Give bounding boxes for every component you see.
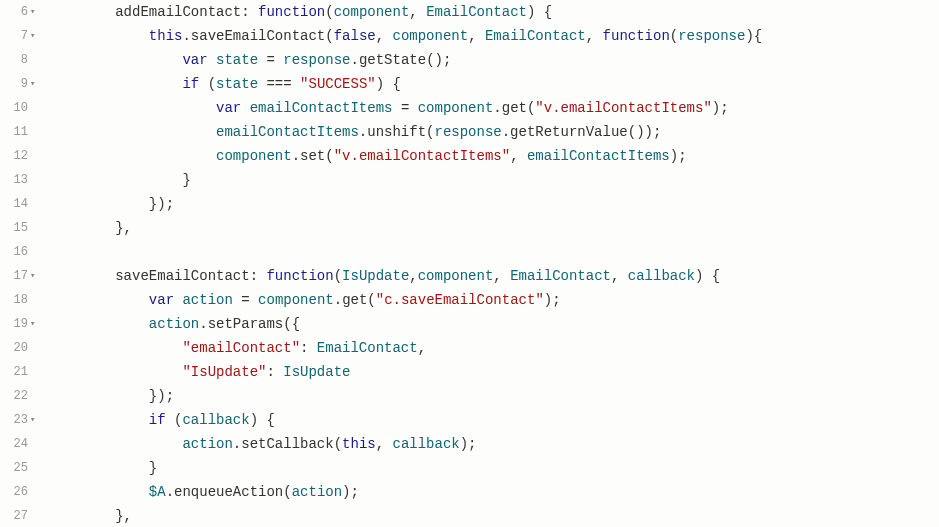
code-line[interactable]: 19▾ action.setParams({ bbox=[0, 312, 939, 336]
line-number: 13 bbox=[0, 168, 28, 192]
code-content[interactable]: emailContactItems.unshift(response.getRe… bbox=[44, 120, 661, 144]
code-content[interactable]: this.saveEmailContact(false, component, … bbox=[44, 24, 762, 48]
token-punc: . bbox=[334, 292, 342, 308]
line-number: 11 bbox=[0, 120, 28, 144]
token-prop: getState bbox=[359, 52, 426, 68]
code-line[interactable]: 20 "emailContact": EmailContact, bbox=[0, 336, 939, 360]
token-ident: EmailContact bbox=[485, 28, 586, 44]
token-punc: , bbox=[510, 148, 527, 164]
code-content[interactable]: saveEmailContact: function(IsUpdate,comp… bbox=[44, 264, 720, 288]
token-ident: emailContactItems bbox=[527, 148, 670, 164]
token-punc: ) { bbox=[695, 268, 720, 284]
code-line[interactable]: 13 } bbox=[0, 168, 939, 192]
line-number: 27 bbox=[0, 504, 28, 527]
token-punc: : bbox=[241, 4, 258, 20]
code-content[interactable]: if (callback) { bbox=[44, 408, 275, 432]
token-prop: unshift bbox=[367, 124, 426, 140]
code-line[interactable]: 7▾ this.saveEmailContact(false, componen… bbox=[0, 24, 939, 48]
fold-toggle-icon[interactable]: ▾ bbox=[28, 408, 44, 432]
token-punc: ( bbox=[325, 28, 333, 44]
token-punc: ()); bbox=[628, 124, 662, 140]
code-content[interactable]: }); bbox=[44, 192, 174, 216]
token-ident: callback bbox=[393, 436, 460, 452]
line-number: 19 bbox=[0, 312, 28, 336]
code-content[interactable]: "IsUpdate": IsUpdate bbox=[44, 360, 350, 384]
code-line[interactable]: 24 action.setCallback(this, callback); bbox=[0, 432, 939, 456]
token-punc: === bbox=[258, 76, 300, 92]
code-content[interactable]: }); bbox=[44, 384, 174, 408]
code-content[interactable]: var emailContactItems = component.get("v… bbox=[44, 96, 729, 120]
token-punc: ); bbox=[460, 436, 477, 452]
code-content[interactable]: component.set("v.emailContactItems", ema… bbox=[44, 144, 687, 168]
code-content[interactable]: "emailContact": EmailContact, bbox=[44, 336, 426, 360]
fold-toggle-icon[interactable]: ▾ bbox=[28, 264, 44, 288]
code-line[interactable]: 23▾ if (callback) { bbox=[0, 408, 939, 432]
code-line[interactable]: 26 $A.enqueueAction(action); bbox=[0, 480, 939, 504]
token-punc: . bbox=[166, 484, 174, 500]
code-line[interactable]: 25 } bbox=[0, 456, 939, 480]
code-line[interactable]: 10 var emailContactItems = component.get… bbox=[0, 96, 939, 120]
line-number: 8 bbox=[0, 48, 28, 72]
code-line[interactable]: 8 var state = response.getState(); bbox=[0, 48, 939, 72]
token-punc: ( bbox=[325, 148, 333, 164]
code-content[interactable]: }, bbox=[44, 504, 132, 527]
token-ident: action bbox=[182, 292, 232, 308]
token-ident: component bbox=[418, 100, 494, 116]
token-punc: }, bbox=[115, 220, 132, 236]
code-line[interactable]: 14 }); bbox=[0, 192, 939, 216]
code-line[interactable]: 6▾ addEmailContact: function(component, … bbox=[0, 0, 939, 24]
code-editor[interactable]: 6▾ addEmailContact: function(component, … bbox=[0, 0, 939, 527]
code-line[interactable]: 9▾ if (state === "SUCCESS") { bbox=[0, 72, 939, 96]
token-punc: ); bbox=[544, 292, 561, 308]
fold-toggle-icon[interactable]: ▾ bbox=[28, 0, 44, 24]
code-content[interactable]: action.setParams({ bbox=[44, 312, 300, 336]
fold-toggle-icon[interactable]: ▾ bbox=[28, 72, 44, 96]
fold-toggle-icon[interactable]: ▾ bbox=[28, 312, 44, 336]
token-keyword: var bbox=[182, 52, 207, 68]
code-line[interactable]: 27 }, bbox=[0, 504, 939, 527]
token-punc: , bbox=[611, 268, 628, 284]
token-keyword: if bbox=[182, 76, 199, 92]
code-line[interactable]: 16 bbox=[0, 240, 939, 264]
token-prop: get bbox=[342, 292, 367, 308]
token-string: "emailContact" bbox=[182, 340, 300, 356]
token-ident: emailContactItems bbox=[216, 124, 359, 140]
token-punc: ( bbox=[334, 436, 342, 452]
token-keyword: function bbox=[603, 28, 670, 44]
line-number: 21 bbox=[0, 360, 28, 384]
code-line[interactable]: 18 var action = component.get("c.saveEma… bbox=[0, 288, 939, 312]
token-this: this bbox=[342, 436, 376, 452]
token-punc: , bbox=[409, 4, 426, 20]
code-content[interactable]: action.setCallback(this, callback); bbox=[44, 432, 477, 456]
token-ident: action bbox=[182, 436, 232, 452]
token-prop: get bbox=[502, 100, 527, 116]
code-content[interactable]: } bbox=[44, 168, 191, 192]
code-line[interactable]: 21 "IsUpdate": IsUpdate bbox=[0, 360, 939, 384]
token-punc: . bbox=[292, 148, 300, 164]
token-punc bbox=[241, 100, 249, 116]
code-content[interactable]: var state = response.getState(); bbox=[44, 48, 451, 72]
code-content[interactable]: $A.enqueueAction(action); bbox=[44, 480, 359, 504]
token-prop: saveEmailContact bbox=[115, 268, 249, 284]
token-ident: component bbox=[216, 148, 292, 164]
code-line[interactable]: 12 component.set("v.emailContactItems", … bbox=[0, 144, 939, 168]
code-content[interactable]: addEmailContact: function(component, Ema… bbox=[44, 0, 552, 24]
code-content[interactable]: }, bbox=[44, 216, 132, 240]
token-string: "SUCCESS" bbox=[300, 76, 376, 92]
token-string: "c.saveEmailContact" bbox=[376, 292, 544, 308]
code-line[interactable]: 22 }); bbox=[0, 384, 939, 408]
token-string: "IsUpdate" bbox=[182, 364, 266, 380]
code-content[interactable]: if (state === "SUCCESS") { bbox=[44, 72, 401, 96]
line-number: 15 bbox=[0, 216, 28, 240]
line-number: 14 bbox=[0, 192, 28, 216]
code-line[interactable]: 15 }, bbox=[0, 216, 939, 240]
line-number: 25 bbox=[0, 456, 28, 480]
code-content[interactable]: } bbox=[44, 456, 157, 480]
code-content[interactable]: var action = component.get("c.saveEmailC… bbox=[44, 288, 561, 312]
token-prop: setParams bbox=[208, 316, 284, 332]
fold-toggle-icon[interactable]: ▾ bbox=[28, 24, 44, 48]
code-line[interactable]: 17▾ saveEmailContact: function(IsUpdate,… bbox=[0, 264, 939, 288]
token-prop: set bbox=[300, 148, 325, 164]
token-ident: state bbox=[216, 76, 258, 92]
code-line[interactable]: 11 emailContactItems.unshift(response.ge… bbox=[0, 120, 939, 144]
